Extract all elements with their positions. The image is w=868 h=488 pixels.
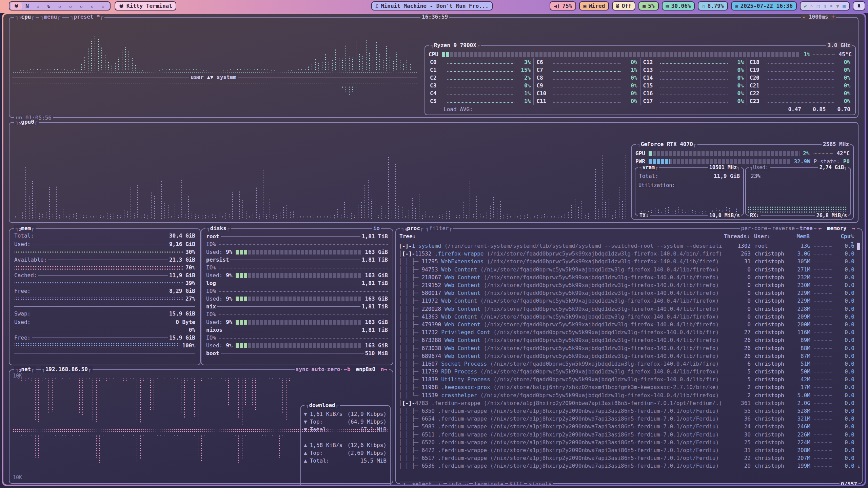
- reverse-toggle[interactable]: reverse: [771, 225, 796, 231]
- interval-minus-button[interactable]: -: [802, 14, 806, 20]
- disk-usage-pill[interactable]: ▯ 8.79%: [698, 1, 728, 11]
- workspace-8-icon[interactable]: ▫: [87, 2, 98, 9]
- workspace-5-icon[interactable]: ▫: [54, 2, 65, 9]
- net-prev-iface-button[interactable]: ←b: [343, 366, 351, 372]
- process-row[interactable]: │ │ ├─ 11839 Utility Process (/nix/store…: [399, 375, 854, 383]
- process-panel-title[interactable]: ┐4proc┌: [400, 225, 425, 232]
- select-keys[interactable]: ↑ select ↓: [400, 481, 443, 485]
- wave-tray-icon[interactable]: ~: [810, 3, 813, 9]
- music-player-pill[interactable]: ♫ Minuit Machine - Don't Run Fro...: [371, 1, 493, 11]
- process-row[interactable]: │ │ ├─ 11732 Privileged Cont (/nix/store…: [399, 328, 854, 336]
- network-panel-title[interactable]: ┐3net┌: [14, 366, 36, 373]
- signals-key[interactable]: signals: [527, 481, 553, 485]
- window-title-pill[interactable]: Kitty Terminal: [115, 1, 176, 11]
- process-scrollbar[interactable]: [857, 243, 860, 250]
- grid-tray-icon[interactable]: ▦: [843, 3, 846, 9]
- workspace-7-icon[interactable]: ▫: [76, 2, 87, 9]
- process-row[interactable]: │[-]-11532 .firefox-wrappe (/nix/store/f…: [399, 250, 854, 258]
- workspace-2-neovim-icon[interactable]: N: [22, 2, 33, 9]
- disks-panel-title[interactable]: ┐disks┌: [205, 225, 231, 232]
- process-row[interactable]: │ │ ├─ 218067 Web Content (/nix/store/fq…: [399, 273, 854, 281]
- cpu-usage-pill[interactable]: ▦ 5%: [638, 1, 658, 11]
- volume-pill[interactable]: ◀) 75%: [550, 1, 576, 11]
- process-row[interactable]: │ │ ├─ 11968 .keepassxc-prox (/nix/store…: [399, 383, 854, 391]
- process-row[interactable]: │ │ ├─ 479390 Web Content (/nix/store/fq…: [399, 321, 854, 328]
- cpu-panel-title[interactable]: ┐1cpu┌: [14, 14, 36, 20]
- workspace-1-cat-icon[interactable]: [11, 2, 22, 9]
- clock-pill[interactable]: ⊞ 2025-07-22 16:36: [731, 1, 797, 11]
- download-title[interactable]: ┐download┌: [304, 402, 340, 409]
- bluetooth-pill[interactable]: Ƀ Off: [612, 1, 635, 11]
- process-row[interactable]: │ │ ├─ 689674 Web Content (/nix/store/fq…: [399, 352, 854, 360]
- check-circle-tray-icon[interactable]: ✔: [804, 3, 807, 9]
- mem-free-label: Free:: [14, 288, 31, 294]
- info-key[interactable]: info ↵: [447, 481, 469, 485]
- cpu-temp-graph: [813, 53, 835, 55]
- network-pill[interactable]: ▣ Wired: [579, 1, 609, 11]
- bell-icon: [856, 3, 862, 9]
- process-row[interactable]: [-]-1 systemd (/run/current-system/syste…: [399, 242, 854, 250]
- workspace-9-icon[interactable]: ▫: [98, 2, 108, 9]
- disk-icon: ▯: [702, 3, 705, 9]
- workspace-4-refresh-icon[interactable]: ↻: [43, 2, 54, 9]
- process-row[interactable]: │ │ ├─ 220028 Web Content (/nix/store/fq…: [399, 305, 854, 313]
- process-row[interactable]: │ │ ├─ 11607 Socket Process (/nix/store/…: [399, 360, 854, 368]
- process-row[interactable]: │ │ ├─ 673038 Web Content (/nix/store/fq…: [399, 344, 854, 352]
- process-row[interactable]: │ │ ├─ 11795 WebExtensions (/nix/store/f…: [399, 258, 854, 265]
- core-row-C2: C22%: [427, 74, 533, 82]
- process-row[interactable]: │ │ ├─ 11739 RDD Process (/nix/store/fqa…: [399, 368, 854, 375]
- net-sync-button[interactable]: sync: [295, 366, 310, 372]
- cpu-graph-legend[interactable]: user ▲▼ system: [189, 74, 238, 80]
- terminate-key[interactable]: terminate: [473, 481, 505, 485]
- update-interval-control[interactable]: - 1000ms +: [801, 14, 836, 20]
- filter-button[interactable]: ┐filter┌: [425, 225, 453, 232]
- download-stat-line: ▼Total:67,1 MiB: [304, 426, 387, 433]
- desktop: N ▫ ↻ ▫ ▫ ▫ ▫ ▫ Kitty Terminal ♫ Minuit …: [0, 0, 868, 488]
- per-core-toggle[interactable]: per-core: [740, 225, 768, 231]
- workspace-3-icon[interactable]: ▫: [33, 2, 43, 9]
- workspace-switcher: N ▫ ↻ ▫ ▫ ▫ ▫ ▫: [9, 1, 111, 11]
- disks-io-toggle[interactable]: io: [372, 225, 381, 231]
- process-row[interactable]: │ │ └─ 11539 crashhelper (/nix/store/fqa…: [399, 391, 854, 399]
- swap-free-graph: [14, 343, 179, 348]
- net-zero-button[interactable]: zero: [326, 366, 341, 372]
- scroll-down-indicator[interactable]: ↓: [857, 463, 861, 470]
- process-row[interactable]: │ │ ├─ 580017 Web Content (/nix/store/fq…: [399, 289, 854, 297]
- process-row[interactable]: │ │ ├─ 6520 .ferdium-wrappe (/nix/store/…: [399, 439, 854, 446]
- preset-button[interactable]: ┐preset *┌: [69, 14, 104, 20]
- process-row[interactable]: │ │ ├─ 219152 Web Content (/nix/store/fq…: [399, 281, 854, 289]
- process-row[interactable]: │ │ ├─ 6350 .ferdium-wrappe (/nix/store/…: [399, 407, 854, 415]
- process-row[interactable]: │ │ ├─ 6472 .ferdium-wrappe (/nix/store/…: [399, 446, 854, 454]
- tree-toggle[interactable]: tree: [798, 225, 814, 231]
- memory-panel-title[interactable]: ┐2mem┌: [14, 225, 36, 232]
- process-row[interactable]: │ │ ├─ 6654 .ferdium-wrappe (/nix/store/…: [399, 415, 854, 423]
- vpn-triangle-tray-icon[interactable]: ▼: [836, 3, 839, 9]
- process-row[interactable]: │ │ ├─ 5983 .ferdium-wrappe (/nix/store/…: [399, 423, 854, 430]
- kill-key[interactable]: Kill: [508, 481, 524, 485]
- workspace-6-icon[interactable]: ▫: [65, 2, 76, 9]
- process-row[interactable]: │ │ ├─ 673288 Web Content (/nix/store/fq…: [399, 336, 854, 344]
- interval-plus-button[interactable]: +: [831, 14, 835, 20]
- key-tray-icon[interactable]: ¤: [830, 3, 833, 9]
- process-row[interactable]: │ │ ├─ 6536 .ferdium-wrappe (/nix/store/…: [399, 462, 854, 470]
- core-row-C4: C41%: [427, 89, 533, 97]
- gpu-pstate-value: P0: [843, 158, 850, 165]
- process-row[interactable]: │ │ ├─ 94753 Web Content (/nix/store/fqa…: [399, 266, 854, 273]
- net-auto-button[interactable]: auto: [310, 366, 326, 372]
- square-tray-icon[interactable]: ▢: [817, 3, 820, 9]
- menu-button[interactable]: ┐menu┌: [39, 14, 62, 20]
- notifications-pill[interactable]: [853, 1, 865, 11]
- process-row[interactable]: │[-]-4783 .ferdium-wrappe (/nix/store/a1…: [399, 399, 854, 407]
- process-row[interactable]: │ │ ├─ 41363 Web Content (/nix/store/fqa…: [399, 313, 854, 321]
- core-row-C19: C190%: [747, 66, 853, 74]
- disk-entry-nix: nix1,81 TiB: [206, 303, 388, 310]
- process-row[interactable]: │ │ ├─ 6517 .ferdium-wrappe (/nix/store/…: [399, 454, 854, 462]
- phone-tray-icon[interactable]: ▯: [823, 3, 826, 9]
- gpu-used-label: ┐Used:: [749, 164, 770, 171]
- net-next-iface-button[interactable]: n→: [380, 366, 388, 372]
- sort-selector[interactable]: ← memory →: [816, 225, 857, 231]
- process-row[interactable]: │ │ ├─ 11972 Web Content (/nix/store/fqa…: [399, 297, 854, 305]
- memory-usage-pill[interactable]: ▤ 30.06%: [662, 1, 695, 11]
- process-row[interactable]: │ │ ├─ 6511 .ferdium-wrappe (/nix/store/…: [399, 431, 854, 439]
- gpu-panel-title[interactable]: ┐5gpu0┌: [14, 119, 39, 125]
